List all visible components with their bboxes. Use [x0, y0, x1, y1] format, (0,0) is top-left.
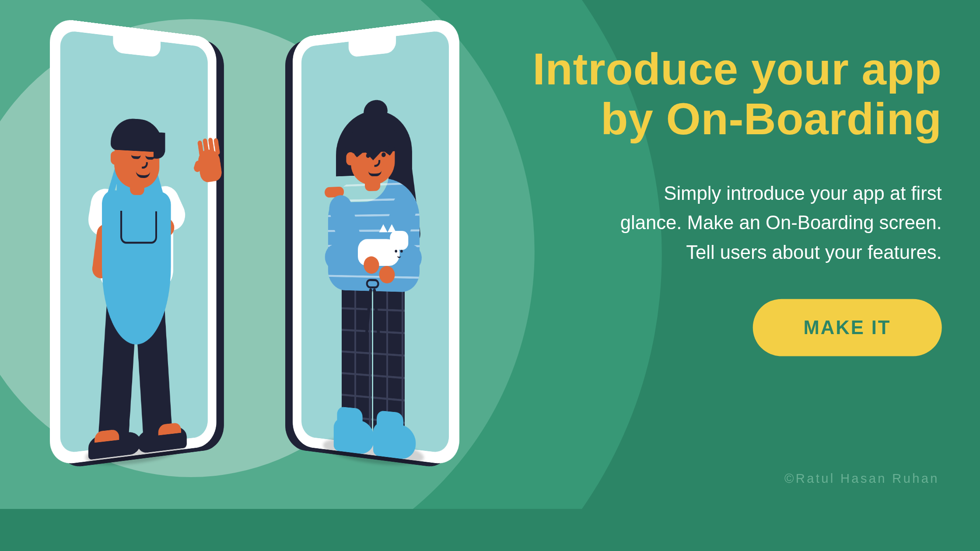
ear — [346, 152, 354, 165]
eyebrow — [379, 145, 389, 149]
hero-banner: Introduce your app by On-Boarding Simply… — [0, 0, 980, 509]
phone-left-screen — [60, 30, 208, 453]
make-it-button[interactable]: MAKE IT — [752, 299, 942, 356]
hand — [379, 266, 395, 284]
cat-face — [394, 248, 406, 258]
phone-right-notch — [349, 36, 396, 58]
drawstring — [366, 282, 379, 335]
copy-block: Introduce your app by On-Boarding Simply… — [509, 45, 942, 356]
phone-right — [293, 17, 459, 466]
sock — [373, 422, 416, 460]
headline-line-1: Introduce your app — [533, 45, 942, 94]
sub-line-2: glance. Make an On-Boarding screen. — [620, 212, 942, 233]
person-man-apron — [69, 78, 200, 466]
phone-left-notch — [113, 36, 161, 58]
subheadline: Simply introduce your app at first glanc… — [509, 178, 942, 267]
credit-text: ©Ratul Hasan Ruhan — [784, 471, 939, 486]
eyebrow — [364, 146, 373, 150]
person-woman-cat — [309, 78, 440, 466]
headline-line-2: by On-Boarding — [601, 94, 942, 144]
phone-left-frame — [50, 17, 217, 466]
sub-line-3: Tell users about your features. — [686, 241, 942, 262]
phone-left — [50, 17, 217, 466]
illustration-phones — [38, 38, 471, 483]
sub-line-1: Simply introduce your app at first — [664, 182, 942, 203]
phone-right-screen — [301, 30, 449, 453]
drawstring-knot — [366, 279, 379, 289]
ear — [111, 151, 119, 165]
phone-right-frame — [293, 17, 459, 466]
headline: Introduce your app by On-Boarding — [509, 45, 942, 144]
hand — [364, 256, 379, 274]
